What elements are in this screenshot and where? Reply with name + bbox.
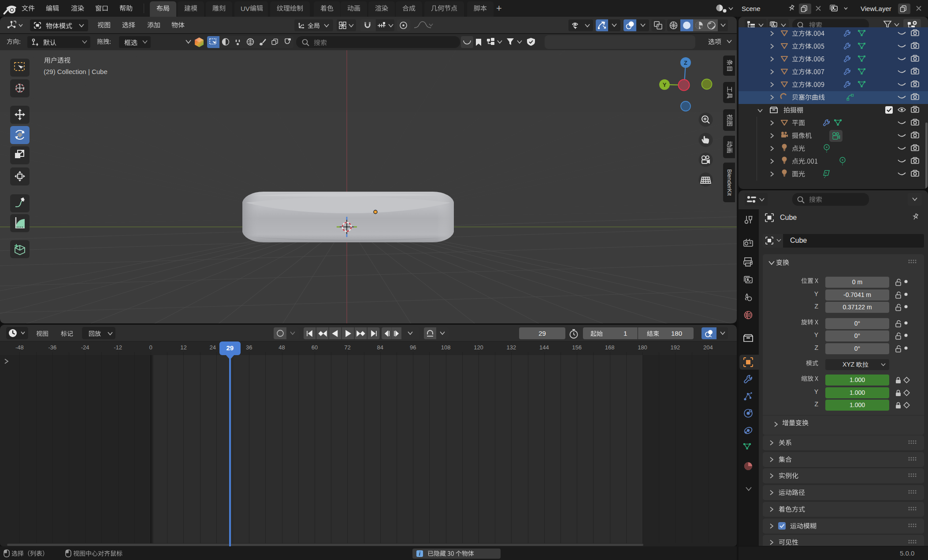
svg-text:Z: Z [684,59,687,66]
svg-text:Y: Y [663,82,667,88]
